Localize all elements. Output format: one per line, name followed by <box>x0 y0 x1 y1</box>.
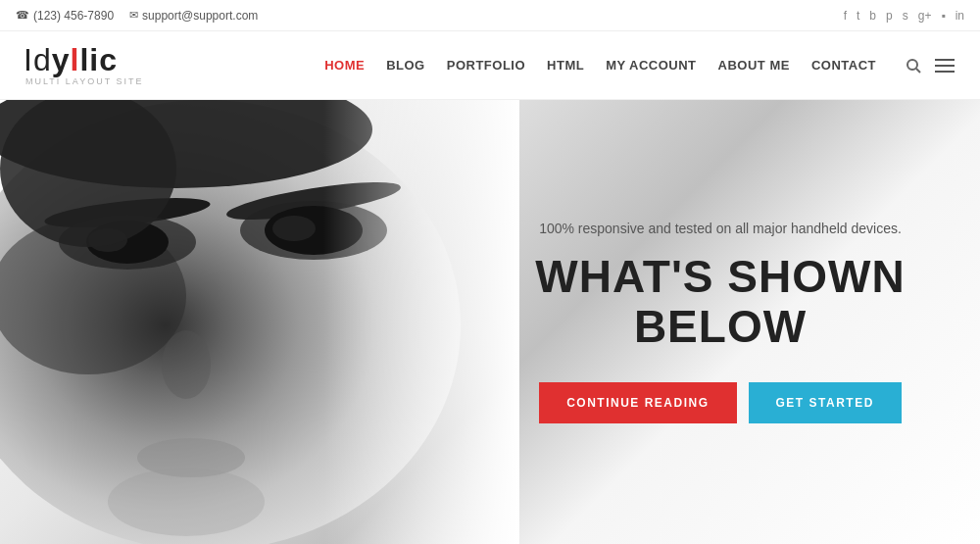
top-bar-social: f t b p s g+ ▪ in <box>844 9 964 23</box>
search-icon <box>906 58 921 74</box>
phone-info: ☎ (123) 456-7890 <box>16 9 114 23</box>
get-started-button[interactable]: GET STARTED <box>749 382 902 423</box>
logo-text: Idyllic <box>24 44 144 75</box>
search-button[interactable] <box>906 58 921 74</box>
nav-home[interactable]: HOME <box>324 58 365 73</box>
main-nav: HOME BLOG PORTFOLIO HTML MY ACCOUNT ABOU… <box>324 57 956 74</box>
nav-my-account[interactable]: MY ACCOUNT <box>606 58 696 73</box>
social-twitter[interactable]: t <box>857 9 859 23</box>
phone-number: (123) 456-7890 <box>33 9 114 23</box>
hamburger-icon <box>933 57 956 74</box>
hero-content: 100% responsive and tested on all major … <box>461 100 980 544</box>
social-blogger[interactable]: b <box>869 9 876 23</box>
social-google[interactable]: g+ <box>918 9 932 23</box>
hero-buttons: CONTINUE READING GET STARTED <box>539 382 902 423</box>
svg-point-12 <box>162 330 211 399</box>
svg-line-1 <box>916 69 920 73</box>
top-bar: ☎ (123) 456-7890 ✉ support@support.com f… <box>0 0 980 31</box>
social-linkedin-square[interactable]: ▪ <box>941 9 945 23</box>
hero-section: 100% responsive and tested on all major … <box>0 100 980 544</box>
header: Idyllic Multi Layout Site HOME BLOG PORT… <box>0 31 980 100</box>
continue-reading-button[interactable]: CONTINUE READING <box>539 382 736 423</box>
social-facebook[interactable]: f <box>844 9 847 23</box>
nav-contact[interactable]: CONTACT <box>811 58 876 73</box>
nav-about-me[interactable]: ABOUT ME <box>718 58 790 73</box>
top-bar-left: ☎ (123) 456-7890 ✉ support@support.com <box>16 9 258 23</box>
logo[interactable]: Idyllic Multi Layout Site <box>24 44 144 86</box>
logo-subtitle: Multi Layout Site <box>24 77 144 86</box>
nav-blog[interactable]: BLOG <box>386 58 425 73</box>
hero-subtitle: 100% responsive and tested on all major … <box>539 221 902 236</box>
menu-button[interactable] <box>933 57 956 74</box>
social-linkedin[interactable]: in <box>956 9 964 23</box>
email-icon: ✉ <box>129 9 138 22</box>
email-info: ✉ support@support.com <box>129 9 258 23</box>
social-stumble[interactable]: s <box>903 9 908 23</box>
svg-point-14 <box>108 468 265 536</box>
social-pinterest[interactable]: p <box>886 9 893 23</box>
nav-portfolio[interactable]: PORTFOLIO <box>447 58 525 73</box>
svg-point-11 <box>272 216 316 241</box>
phone-icon: ☎ <box>16 9 29 22</box>
svg-point-0 <box>907 60 917 70</box>
nav-icons <box>906 57 956 74</box>
hero-title: WHAT'S SHOWN BELOW <box>500 252 941 351</box>
email-address: support@support.com <box>142 9 258 23</box>
nav-html[interactable]: HTML <box>547 58 584 73</box>
